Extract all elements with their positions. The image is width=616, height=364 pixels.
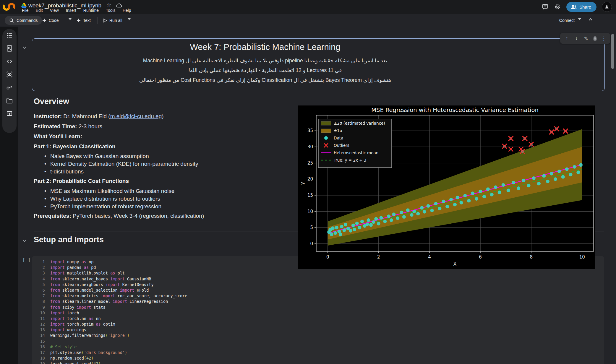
intro-text-block: Week 7: Probabilistic Machine Learning ب… [35,42,496,87]
instructor-suffix: ) [162,113,163,119]
code-line[interactable]: 10import torch [32,311,604,316]
chart-legend: ±2σ (estimated variance)±1σDataOutliersH… [318,119,392,168]
cell-more-actions-icon[interactable]: ⋮ [600,35,607,42]
share-button[interactable]: Share [566,2,596,12]
code-snippets-icon[interactable] [6,58,13,65]
estimated-time-line: Estimated Time: 2-3 hours [34,123,102,130]
connect-label: Connect [559,18,575,23]
add-code-button[interactable]: Code [42,16,59,25]
line-number: 18 [32,356,45,361]
run-all-label: Run all [109,18,122,23]
overview-heading: Overview [34,97,69,106]
menu-runtime[interactable]: Runtime [80,8,102,14]
run-all-dropdown-icon[interactable] [128,18,131,20]
section-collapse-icon[interactable] [22,238,27,243]
connect-button[interactable]: Connect [559,16,575,25]
svg-text:True: y = 2x + 3: True: y = 2x + 3 [333,158,366,162]
list-item: t-distributions [34,168,198,176]
code-line[interactable]: 15 [32,339,604,344]
code-line[interactable]: 8from sklearn.linear_model import Linear… [32,299,604,305]
code-text: # Set style [45,344,77,350]
commands-button[interactable]: Commands [5,16,42,25]
svg-text:0: 0 [326,254,329,260]
menu-edit[interactable]: Edit [33,8,46,14]
scrollbar-thumb[interactable] [611,34,614,69]
svg-text:2: 2 [377,254,380,260]
execution-indicator[interactable]: [ ] [22,258,31,262]
code-line[interactable]: 9from scipy import stats [32,305,604,311]
delete-cell-icon[interactable] [592,36,598,41]
svg-text:4: 4 [428,254,431,260]
connect-dropdown-icon[interactable] [578,18,581,20]
list-item: Kernel Density Estimation (KDE) for non-… [34,160,198,168]
list-item: Naive Bayes with Gaussian assumption [34,152,198,160]
markdown-cell-intro[interactable]: Week 7: Probabilistic Machine Learning ب… [32,38,605,91]
add-code-dropdown-icon[interactable] [69,18,72,20]
star-icon[interactable]: ☆ [106,2,111,8]
secrets-key-icon[interactable] [6,84,13,91]
code-line[interactable]: 13import warnings [32,327,604,333]
svg-text:6: 6 [479,254,482,260]
person-icon [604,4,609,9]
svg-text:0: 0 [310,241,313,246]
user-avatar[interactable] [602,2,612,12]
svg-text:8: 8 [530,254,533,260]
comments-icon[interactable] [542,3,549,10]
collapse-header-icon[interactable] [588,17,594,22]
code-text: from sklearn.neighbors import KernelDens… [45,282,154,288]
move-cell-up-icon[interactable]: ↑ [563,35,570,41]
code-line[interactable]: 16# Set style [32,344,604,350]
run-all-button[interactable]: Run all [102,16,122,25]
line-number: 14 [32,333,45,339]
time-text: 2-3 hours [77,123,102,129]
left-sidebar [0,27,18,364]
files-folder-icon[interactable] [6,97,13,104]
table-of-contents-icon[interactable] [6,32,13,39]
cell-collapse-icon[interactable] [22,45,27,50]
code-line[interactable]: 14warnings.filterwarnings('ignore') [32,333,604,339]
play-icon [102,18,107,23]
menu-insert[interactable]: Insert [63,8,79,14]
code-line[interactable]: 19torch.manual_seed(42) [32,361,604,364]
menu-view[interactable]: View [47,8,62,14]
code-text: import matplotlib.pyplot as plt [45,271,125,276]
prerequisites-line: Prerequisites: PyTorch basics, Week 3-4 … [34,212,204,220]
cloud-status-icon[interactable] [116,3,122,8]
code-line[interactable]: 5from sklearn.neighbors import KernelDen… [32,282,604,288]
svg-text:20: 20 [307,176,313,182]
instructor-email-link[interactable]: m.eid@fci-cu.edu.eg [110,113,162,119]
colab-app: week7_probabilistic_ml.ipynb ☆ File Edit… [0,0,616,364]
code-text: plt.style.use('dark_background') [45,350,127,356]
colab-logo-icon[interactable] [2,2,16,12]
add-text-button[interactable]: Text [76,16,91,25]
code-line[interactable]: 4from sklearn.naive_bayes import Gaussia… [32,277,604,282]
find-replace-icon[interactable] [6,45,13,52]
svg-text:Outliers: Outliers [334,143,349,148]
code-line[interactable]: 12import torch.optim as optim [32,322,604,327]
code-line[interactable]: 17plt.style.use('dark_background') [32,350,604,356]
menu-tools[interactable]: Tools [103,8,119,14]
code-line[interactable]: 7from sklearn.metrics import roc_auc_sco… [32,293,604,299]
svg-text:35: 35 [307,128,313,133]
svg-text:Data: Data [334,136,343,140]
code-text: import torch.nn as nn [45,316,101,322]
code-line[interactable]: 3import matplotlib.pyplot as plt [32,271,604,276]
data-table-icon[interactable] [6,110,13,117]
menu-help[interactable]: Help [120,8,134,14]
list-item: PyTorch implementation of robust regress… [34,203,174,210]
code-line[interactable]: 6from sklearn.model_selection import KFo… [32,288,604,293]
settings-gear-icon[interactable] [554,3,561,10]
toolbar-divider [98,17,98,24]
edit-cell-icon[interactable]: ✎ [583,35,590,42]
line-number: 7 [32,293,45,299]
move-cell-down-icon[interactable]: ↓ [573,35,580,41]
code-cell-setup[interactable]: 1import numpy as np2import pandas as pd3… [32,256,604,364]
cell-toolbar: ↑ ↓ ✎ ⋮ [560,33,610,44]
code-line[interactable]: 11import torch.nn as nn [32,316,604,322]
menu-file[interactable]: File [19,8,32,14]
code-text: import pandas as pd [45,265,96,271]
commands-label: Commands [17,18,38,23]
svg-text:±2σ (estimated variance): ±2σ (estimated variance) [334,121,385,126]
code-line[interactable]: 18np.random.seed(42) [32,356,604,361]
scene-detection-icon[interactable] [6,71,13,78]
